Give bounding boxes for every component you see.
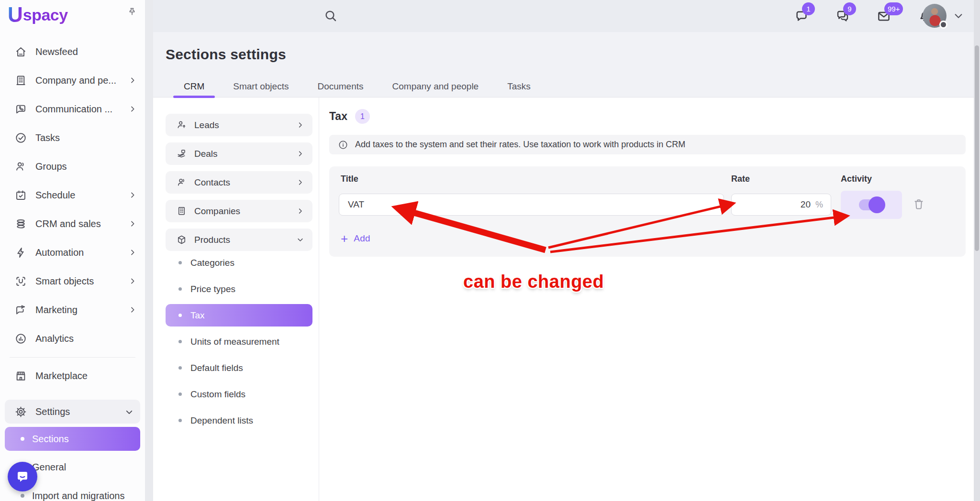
page-header: Sections settings CRM Smart objects Docu…	[153, 32, 974, 98]
check-circle-icon	[14, 131, 27, 144]
sidebar-item-company-and-people[interactable]: Company and pe...	[0, 66, 145, 95]
smart-objects-icon	[14, 275, 27, 288]
sidebar-item-label: General	[32, 462, 66, 473]
sidebar-item-settings[interactable]: Settings	[5, 400, 140, 424]
chevron-right-icon	[129, 306, 136, 314]
subnav-item-label: Deals	[194, 149, 297, 159]
crm-subnav: Leads Deals Contacts Companies Products	[166, 114, 312, 257]
subnav-item-label: Leads	[194, 120, 297, 131]
stack-icon	[14, 218, 27, 230]
chat-icon[interactable]: 1	[794, 9, 809, 23]
subnav-item-label: Price types	[190, 284, 235, 294]
sidebar-item-label: Analytics	[35, 333, 136, 344]
sidebar-item-automation[interactable]: Automation	[0, 238, 145, 267]
tab-tasks[interactable]: Tasks	[493, 76, 545, 97]
rate-value: 20	[801, 199, 811, 210]
sidebar-divider	[10, 357, 135, 358]
subnav-item-products[interactable]: Products	[166, 229, 312, 251]
company-icon	[176, 206, 187, 217]
subnav-item-leads[interactable]: Leads	[166, 114, 312, 136]
rate-percent-suffix: %	[815, 200, 823, 210]
chevron-right-icon	[129, 220, 136, 228]
subnav-item-contacts[interactable]: Contacts	[166, 171, 312, 194]
tax-title-input[interactable]	[339, 194, 724, 216]
tab-crm[interactable]: CRM	[169, 76, 219, 97]
page-scrollbar	[974, 0, 980, 501]
tab-documents[interactable]: Documents	[303, 76, 378, 97]
bullet-icon	[178, 366, 182, 370]
subnav-item-price-types[interactable]: Price types	[166, 276, 312, 302]
tax-card: Title Rate Activity 20 % +	[329, 166, 966, 257]
column-label-rate: Rate	[731, 174, 750, 184]
sidebar-item-marketing[interactable]: Marketing	[0, 295, 145, 324]
sidebar-item-label: Communication ...	[35, 104, 129, 115]
subnav-item-label: Default fields	[190, 363, 243, 373]
chevron-right-icon	[297, 150, 304, 157]
sidebar-item-sections[interactable]: Sections	[5, 427, 140, 451]
sidebar-item-label: Schedule	[35, 190, 129, 201]
bullet-icon	[178, 287, 182, 291]
group-chats-icon[interactable]: 9	[835, 9, 850, 23]
tax-heading: Tax	[329, 110, 347, 123]
topbar-actions: 1 9 99+	[794, 0, 932, 32]
sidebar-item-label: Marketplace	[35, 370, 136, 381]
sidebar-item-label: Sections	[32, 434, 69, 445]
column-label-title: Title	[341, 174, 358, 184]
mail-icon[interactable]: 99+	[877, 9, 891, 23]
tab-company-and-people[interactable]: Company and people	[378, 76, 493, 97]
subnav-item-categories[interactable]: Categories	[166, 250, 312, 276]
subnav-item-units-of-measurement[interactable]: Units of measurement	[166, 328, 312, 355]
uspacy-logo[interactable]: Uspacy	[8, 3, 68, 27]
toggle-knob	[869, 196, 885, 213]
sidebar-item-label: Tasks	[35, 132, 136, 143]
chevron-right-icon	[129, 105, 136, 113]
sidebar-item-crm-and-sales[interactable]: CRM and sales	[0, 209, 145, 238]
subnav-item-tax[interactable]: Tax	[166, 304, 312, 327]
sidebar-item-label: Automation	[35, 247, 129, 258]
deal-icon	[176, 148, 187, 159]
profile-chevron-down-icon[interactable]	[953, 11, 964, 21]
subnav-item-deals[interactable]: Deals	[166, 142, 312, 165]
subnav-item-custom-fields[interactable]: Custom fields	[166, 381, 312, 407]
sidebar-item-schedule[interactable]: Schedule	[0, 181, 145, 209]
chevron-right-icon	[129, 191, 136, 199]
chevron-right-icon	[129, 76, 136, 84]
tab-smart-objects[interactable]: Smart objects	[219, 76, 303, 97]
chevron-down-icon	[297, 236, 304, 243]
chevron-right-icon	[297, 179, 304, 186]
delete-tax-button[interactable]	[912, 197, 925, 211]
avatar[interactable]	[923, 4, 947, 28]
sidebar-item-tasks[interactable]: Tasks	[0, 123, 145, 152]
lead-icon	[176, 120, 187, 131]
bullet-icon	[178, 392, 182, 396]
sidebar-item-marketplace[interactable]: Marketplace	[0, 361, 145, 390]
bullet-icon	[178, 261, 182, 264]
chat-smile-icon	[15, 469, 30, 484]
subnav-item-default-fields[interactable]: Default fields	[166, 355, 312, 381]
pin-sidebar-icon[interactable]	[126, 6, 138, 18]
calendar-icon	[14, 189, 27, 202]
sidebar-item-groups[interactable]: Groups	[0, 152, 145, 181]
sidebar-item-smart-objects[interactable]: Smart objects	[0, 267, 145, 295]
page-title: Sections settings	[166, 46, 286, 63]
subnav-item-companies[interactable]: Companies	[166, 200, 312, 222]
sidebar-item-label: CRM and sales	[35, 218, 129, 229]
activity-toggle[interactable]	[859, 199, 884, 210]
subnav-item-label: Custom fields	[190, 389, 245, 400]
product-box-icon	[176, 234, 187, 245]
tax-rate-input[interactable]: 20 %	[731, 194, 831, 216]
analytics-icon	[14, 332, 27, 345]
chat-launcher-button[interactable]	[8, 462, 37, 491]
sidebar-item-communication[interactable]: Communication ...	[0, 95, 145, 123]
chat-phone-icon	[14, 103, 27, 116]
avatar-status-dot	[939, 21, 947, 29]
add-tax-button[interactable]: + Add	[341, 232, 370, 245]
bullet-icon	[178, 340, 182, 343]
search-icon[interactable]	[323, 9, 338, 23]
scrollbar-thumb[interactable]	[975, 45, 979, 251]
subnav-item-dependent-lists[interactable]: Dependent lists	[166, 407, 312, 434]
content-divider	[319, 98, 319, 501]
sidebar-nav: Newsfeed Company and pe... Communication…	[0, 37, 145, 353]
sidebar-item-analytics[interactable]: Analytics	[0, 324, 145, 353]
sidebar-item-newsfeed[interactable]: Newsfeed	[0, 37, 145, 66]
